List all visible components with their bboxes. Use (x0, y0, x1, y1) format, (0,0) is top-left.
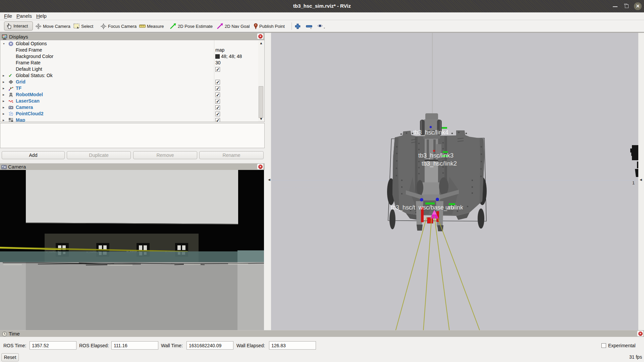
svg-text:tb3_hsc/link3: tb3_hsc/link3 (418, 152, 453, 159)
svg-text:urblink: urblink (445, 204, 464, 211)
svg-text:1: 1 (632, 180, 635, 185)
svg-text:tb3_hsc/link4: tb3_hsc/link4 (413, 129, 448, 136)
svg-text:tb3_hsc/link2: tb3_hsc/link2 (422, 160, 457, 167)
svg-text:tb3_hsc/t: tb3_hsc/t (391, 204, 415, 211)
